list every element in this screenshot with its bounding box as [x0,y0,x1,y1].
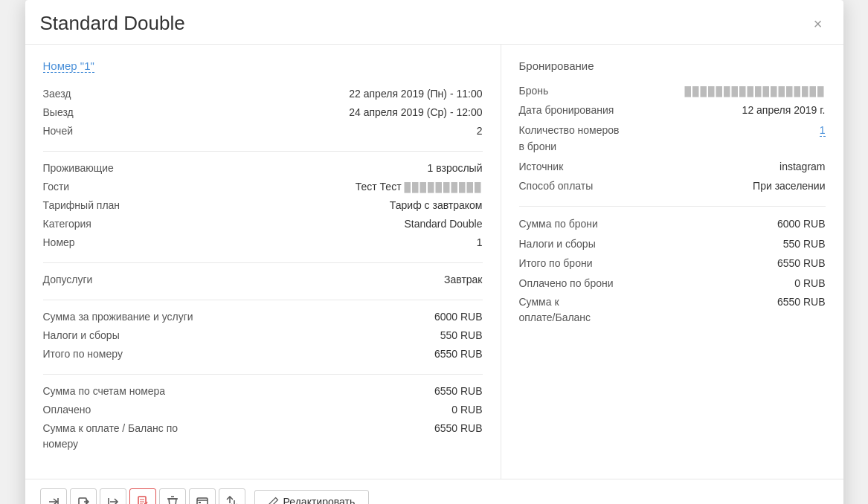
booking-ref-label: Бронь [519,83,638,99]
guests-blurred: ██████████ [404,182,482,193]
booking-row-date: Дата бронирования 12 апреля 2019 г. [519,102,826,118]
checkout-early-icon [77,496,89,504]
tariff-label: Тарифный план [43,198,177,213]
residents-label: Проживающие [43,161,177,176]
booking-count-label: Количество номеровв брони [519,122,638,155]
balance-label: Сумма к оплате / Баланс пономеру [43,421,179,452]
booking-date-value: 12 апреля 2019 г. [742,102,826,118]
booking-source-label: Источник [519,158,638,175]
info-row-total-services: Сумма за проживание и услуги 6000 RUB [43,309,483,325]
info-row-residents: Проживающие 1 взрослый [43,161,483,176]
brow-paid: Оплачено по брони 0 RUB [519,275,826,291]
guests-section: Проживающие 1 взрослый Гости Тест Тест █… [43,161,483,251]
services-label: Допуслуги [43,272,177,288]
info-row-checkout: Выезд 24 апреля 2019 (Ср) - 12:00 [43,105,483,120]
bsubtotal-value: 6550 RUB [777,255,826,271]
booking-payment-label: Способ оплаты [519,178,638,194]
divider-1 [43,151,483,152]
info-row-category: Категория Standard Double [43,216,483,232]
modal-footer: Редактировать [25,479,843,504]
info-row-checkin: Заезд 22 апреля 2019 (Пн) - 11:00 [43,86,483,102]
btotal-value: 6000 RUB [777,216,826,232]
checkout-btn[interactable] [100,488,126,504]
booking-info-section: Бронь ██████████████████ Дата бронирован… [519,83,826,194]
divider-3 [43,300,483,300]
info-row-balance: Сумма к оплате / Баланс пономеру 6550 RU… [43,421,483,452]
info-row-subtotal: Итого по номеру 6550 RUB [43,346,483,362]
checkin-section: Заезд 22 апреля 2019 (Пн) - 11:00 Выезд … [43,86,483,139]
booking-row-ref: Бронь ██████████████████ [519,83,826,99]
close-button[interactable]: × [808,13,829,34]
guests-value: Тест Тест ██████████ [356,179,483,195]
info-row-guests: Гости Тест Тест ██████████ [43,179,483,195]
category-value: Standard Double [404,216,482,232]
transfer-btn[interactable] [219,488,245,504]
tariff-value: Тариф с завтраком [390,198,483,213]
booking-count-value: 1 [820,122,826,138]
divider-4 [43,374,483,375]
btotal-label: Сумма по брони [519,216,638,232]
info-row-nights: Ночей 2 [43,123,483,139]
info-row-services: Допуслуги Завтрак [43,272,483,288]
modal-header: Standard Double × [25,0,843,45]
btaxes-label: Налоги и сборы [519,236,638,252]
checkout-icon [107,496,119,504]
category-label: Категория [43,216,177,232]
info-row-room-number: Номер 1 [43,235,483,251]
btaxes-value: 550 RUB [783,236,826,252]
room-total-value: 6550 RUB [434,384,483,399]
paid-value: 0 RUB [451,402,482,418]
document-icon [138,496,148,504]
divider-2 [43,262,483,263]
services-section: Допуслуги Завтрак [43,272,483,288]
nights-label: Ночей [43,123,177,139]
document-btn[interactable] [129,488,156,504]
checkin-btn[interactable] [40,488,67,504]
payment-btn[interactable] [189,488,216,504]
booking-finance-section: Сумма по брони 6000 RUB Налоги и сборы 5… [519,216,826,326]
booking-row-source: Источник instagram [519,158,826,175]
edit-label: Редактировать [283,496,356,504]
right-divider-1 [519,206,826,207]
bpaid-value: 0 RUB [794,275,825,291]
subtotal-value: 6550 RUB [434,346,483,362]
modal-container: Standard Double × Номер "1" Заезд 22 апр… [25,0,843,504]
balance-value: 6550 RUB [434,421,483,436]
booking-section-title: Бронирование [519,59,826,72]
room-total-label: Сумма по счетам номера [43,384,177,399]
total-services-value: 6000 RUB [434,309,483,325]
right-panel: Бронирование Бронь ██████████████████ Да… [501,45,843,479]
booking-ref-value: ██████████████████ [684,85,825,99]
services-value: Завтрак [444,272,482,288]
booking-count-link[interactable]: 1 [820,124,826,137]
bbalance-value: 6550 RUB [777,294,826,310]
room-number-value: 1 [477,235,483,251]
brow-total: Сумма по брони 6000 RUB [519,216,826,232]
info-row-taxes: Налоги и сборы 550 RUB [43,328,483,343]
checkout-label: Выезд [43,105,177,120]
residents-value: 1 взрослый [428,161,483,176]
info-row-tariff: Тарифный план Тариф с завтраком [43,198,483,213]
delete-btn[interactable] [159,488,186,504]
brow-balance: Сумма коплате/Баланс 6550 RUB [519,294,826,326]
booking-payment-value: При заселении [753,178,825,194]
booking-row-payment: Способ оплаты При заселении [519,178,826,194]
nights-value: 2 [477,123,483,139]
checkin-value: 22 апреля 2019 (Пн) - 11:00 [349,86,482,102]
checkout-early-btn[interactable] [70,488,97,504]
bsubtotal-label: Итого по брони [519,255,638,271]
bpaid-label: Оплачено по брони [519,275,638,291]
room-link[interactable]: Номер "1" [43,59,94,73]
taxes-label: Налоги и сборы [43,328,177,343]
payment-icon [196,497,208,504]
transfer-icon [226,496,238,504]
edit-button[interactable]: Редактировать [254,490,370,504]
booking-row-count: Количество номеровв брони 1 [519,122,826,155]
total-services-label: Сумма за проживание и услуги [43,309,193,325]
edit-icon [269,497,279,504]
brow-subtotal: Итого по брони 6550 RUB [519,255,826,271]
brow-taxes: Налоги и сборы 550 RUB [519,236,826,252]
paid-label: Оплачено [43,402,177,418]
svg-rect-6 [138,497,146,504]
room-number-label: Номер [43,235,177,251]
